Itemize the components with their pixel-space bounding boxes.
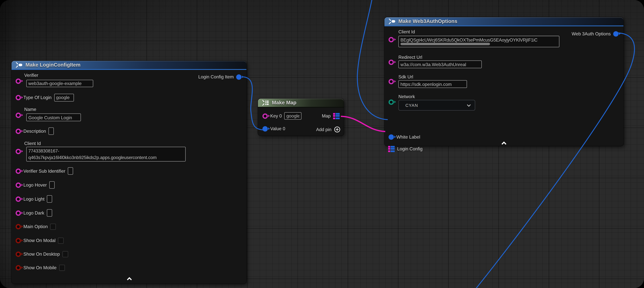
type-of-login-label: Type Of Login [24, 95, 52, 100]
web3auth-options-output-label: Web 3Auth Options [572, 31, 611, 36]
sdk-url-input[interactable] [398, 80, 467, 88]
main-option-checkbox[interactable] [50, 223, 56, 230]
add-pin-icon[interactable] [334, 126, 340, 133]
map-output-label: Map [322, 113, 331, 118]
show-on-modal-checkbox[interactable] [58, 237, 64, 243]
login-config-pin[interactable] [388, 146, 395, 152]
logo-light-row: Logo Light [16, 194, 52, 204]
graph-canvas[interactable]: Make LoginConfigItem Verifier Login Conf… [0, 0, 644, 288]
client-id-line1: 774338308167- [28, 148, 184, 154]
main-option-row: Main Option [16, 221, 56, 231]
client-id-label: Client Id [24, 141, 41, 146]
blueprint-viewport: Make LoginConfigItem Verifier Login Conf… [0, 0, 644, 288]
verifier-label: Verifier [24, 73, 38, 78]
name-label: Name [24, 107, 36, 112]
network-dropdown[interactable]: CYAN [398, 100, 475, 111]
show-on-mobile-row: Show On Mobile [16, 263, 65, 272]
logo-light-pin[interactable] [16, 196, 21, 202]
logo-hover-input[interactable] [49, 181, 55, 189]
client-id-pin[interactable] [16, 149, 21, 154]
add-pin-label: Add pin [316, 127, 332, 132]
verifier-sub-identifier-label: Verifier Sub Identifier [24, 169, 65, 174]
show-on-mobile-pin[interactable] [16, 265, 21, 270]
node-make-map[interactable]: Make Map Key 0 Map Value 0 Add pin [258, 99, 344, 136]
logo-light-label: Logo Light [24, 196, 44, 201]
make-struct-icon [388, 18, 396, 25]
node-make-web3auth-options[interactable]: Make Web3AuthOptions Client Id BEglQSgt4… [384, 17, 624, 146]
show-on-modal-row: Show On Modal [16, 235, 64, 245]
collapse-chevron-icon[interactable] [501, 139, 507, 147]
network-selected-value: CYAN [405, 103, 418, 108]
node-header[interactable]: Make LoginConfigItem [12, 61, 246, 70]
collapse-chevron-icon[interactable] [126, 275, 132, 282]
node-header[interactable]: Make Web3AuthOptions [384, 17, 624, 26]
name-pin[interactable] [16, 113, 21, 118]
value0-row: Value 0 [262, 124, 285, 133]
show-on-mobile-checkbox[interactable] [59, 264, 65, 270]
verifier-sub-identifier-input[interactable] [68, 167, 73, 175]
login-config-label: Login Config [397, 146, 422, 151]
client-id-line2: q463s7kpvja16l4l0kko3nb925ikds2p.apps.go… [28, 154, 184, 161]
node-make-login-config-item[interactable]: Make LoginConfigItem Verifier Login Conf… [12, 61, 246, 283]
verifier-pin[interactable] [16, 78, 21, 84]
logo-hover-label: Logo Hover [24, 182, 47, 187]
network-pin[interactable] [388, 100, 394, 105]
node-title: Make Web3AuthOptions [398, 19, 457, 24]
logo-dark-label: Logo Dark [24, 210, 44, 215]
type-of-login-row: Type Of Login [16, 93, 74, 102]
make-map-icon [262, 100, 269, 106]
value0-pin[interactable] [262, 126, 268, 131]
client-id-input[interactable]: 774338308167- q463s7kpvja16l4l0kko3nb925… [26, 147, 186, 162]
verifier-sub-identifier-pin[interactable] [16, 168, 21, 174]
show-on-desktop-label: Show On Desktop [24, 251, 60, 256]
sdk-url-label: Sdk Url [398, 74, 413, 79]
make-struct-icon [15, 62, 23, 68]
verifier-sub-identifier-row: Verifier Sub Identifier [16, 166, 73, 176]
web3auth-options-output-pin[interactable] [613, 31, 618, 37]
description-pin[interactable] [16, 129, 21, 134]
chevron-down-icon [466, 104, 471, 107]
node-header[interactable]: Make Map [258, 99, 344, 108]
show-on-desktop-checkbox[interactable] [62, 251, 68, 257]
white-label-pin[interactable] [388, 134, 394, 140]
type-of-login-input[interactable] [54, 94, 74, 101]
verifier-input[interactable] [26, 80, 93, 87]
client-id-input[interactable]: BEglQSgt4cUWcj6SKRdu5QkOXTsePmMcusG5EAoy… [398, 36, 559, 47]
type-of-login-pin[interactable] [16, 95, 21, 100]
logo-hover-row: Logo Hover [16, 180, 54, 190]
main-option-label: Main Option [24, 224, 48, 229]
description-label: Description [24, 129, 46, 134]
show-on-mobile-label: Show On Mobile [24, 265, 56, 270]
name-input[interactable] [26, 113, 81, 121]
login-config-item-output-pin[interactable] [236, 74, 242, 80]
sdk-url-pin[interactable] [388, 79, 394, 84]
client-id-value: BEglQSgt4cUWcj6SKRdu5QkOXTsePmMcusG5EAoy… [400, 37, 557, 43]
show-on-desktop-pin[interactable] [16, 251, 21, 257]
logo-light-input[interactable] [47, 195, 52, 203]
description-input[interactable] [48, 127, 54, 135]
add-pin-row[interactable]: Add pin [316, 125, 340, 134]
map-output-row: Map [322, 111, 340, 121]
show-on-desktop-row: Show On Desktop [16, 249, 68, 259]
login-config-item-output-row: Login Config Item [198, 72, 242, 82]
map-output-pin[interactable] [333, 113, 340, 119]
client-id-scrollbar[interactable] [400, 43, 490, 45]
login-config-row: Login Config [388, 144, 422, 154]
redirect-url-input[interactable] [398, 61, 482, 68]
network-label: Network [398, 94, 415, 99]
show-on-modal-label: Show On Modal [24, 238, 56, 243]
key0-pin[interactable] [262, 113, 268, 119]
redirect-url-pin[interactable] [388, 60, 394, 65]
client-id-label: Client Id [398, 29, 415, 34]
logo-dark-input[interactable] [47, 209, 52, 217]
show-on-modal-pin[interactable] [16, 238, 21, 243]
main-option-pin[interactable] [16, 224, 21, 229]
logo-dark-pin[interactable] [16, 210, 21, 216]
logo-hover-pin[interactable] [16, 182, 21, 188]
client-id-pin[interactable] [388, 37, 394, 43]
key0-input[interactable] [284, 112, 302, 120]
web3auth-options-output-row: Web 3Auth Options [572, 29, 618, 39]
key0-row: Key 0 [262, 111, 302, 121]
value0-label: Value 0 [270, 126, 285, 131]
white-label-label: White Label [396, 134, 420, 139]
